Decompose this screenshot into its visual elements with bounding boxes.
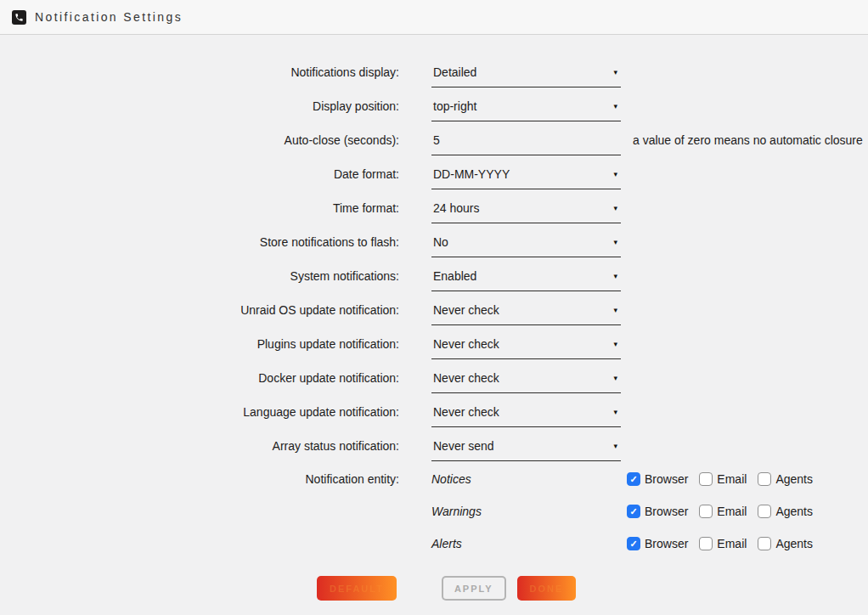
select-value: Detailed (433, 65, 476, 79)
form-row: System notifications: Enabled ▾ (0, 259, 868, 293)
dropdown-arrow-icon: ▾ (613, 443, 619, 450)
dropdown-arrow-icon: ▾ (613, 69, 619, 76)
checkbox-label: Agents (775, 537, 813, 550)
entity-name: Notices (431, 472, 627, 486)
checkbox-label: Agents (775, 505, 813, 518)
form-row: Date format: DD-MM-YYYY ▾ (0, 157, 868, 191)
field-label: System notifications: (0, 269, 399, 283)
entity-row-warnings: Warnings ✓ Browser ✓ Email ✓ Agents (0, 495, 868, 528)
entity-name: Alerts (431, 537, 627, 550)
array-status-select[interactable]: Never send ▾ (431, 439, 621, 461)
form-row: Plugins update notification: Never check… (0, 327, 868, 361)
page-header: Notification Settings (0, 0, 868, 35)
field-label: Array status notification: (0, 439, 399, 453)
select-value: No (433, 235, 448, 249)
dropdown-arrow-icon: ▾ (613, 103, 619, 110)
alerts-agents-checkbox[interactable]: ✓ (758, 537, 771, 550)
form-row: Language update notification: Never chec… (0, 395, 868, 429)
checkbox-group-notices: ✓ Browser ✓ Email ✓ Agents (627, 472, 824, 486)
field-label: Notifications display: (0, 65, 399, 79)
select-value: Enabled (433, 269, 476, 283)
checkbox-label: Email (717, 505, 747, 518)
select-value: DD-MM-YYYY (433, 167, 510, 181)
dropdown-arrow-icon: ▾ (613, 341, 619, 348)
notices-email-checkbox[interactable]: ✓ (699, 472, 713, 486)
warnings-browser-checkbox[interactable]: ✓ (627, 505, 640, 518)
alerts-browser-checkbox[interactable]: ✓ (627, 537, 640, 550)
dropdown-arrow-icon: ▾ (613, 171, 619, 178)
plugins-update-select[interactable]: Never check ▾ (431, 337, 621, 359)
checkbox-label: Agents (775, 472, 813, 486)
field-label: Store notifications to flash: (0, 235, 399, 249)
apply-button[interactable]: APPLY (442, 576, 506, 601)
field-label: Auto-close (seconds): (0, 133, 399, 147)
check-icon: ✓ (629, 475, 637, 484)
notification-settings-form: Notifications display: Detailed ▾ Displa… (0, 55, 868, 601)
check-icon: ✓ (629, 507, 637, 516)
field-label: Docker update notification: (0, 371, 399, 385)
default-button-label: DEFAULT (318, 578, 395, 599)
phone-glyph (14, 13, 24, 22)
form-row: Array status notification: Never send ▾ (0, 429, 868, 463)
form-row: Auto-close (seconds): a value of zero me… (0, 123, 868, 157)
field-label: Date format: (0, 167, 399, 181)
select-value: Never check (433, 303, 499, 317)
notifications-display-select[interactable]: Detailed ▾ (431, 65, 621, 87)
checkbox-label: Browser (645, 472, 688, 486)
checkbox-group-warnings: ✓ Browser ✓ Email ✓ Agents (627, 505, 824, 518)
dropdown-arrow-icon: ▾ (613, 239, 619, 246)
done-button-label: DONE (519, 578, 575, 599)
dropdown-arrow-icon: ▾ (613, 205, 619, 212)
checkbox-label: Browser (645, 505, 688, 518)
dropdown-arrow-icon: ▾ (613, 273, 619, 280)
select-value: top-right (433, 99, 476, 113)
checkbox-label: Email (717, 537, 747, 550)
checkbox-group-alerts: ✓ Browser ✓ Email ✓ Agents (627, 537, 824, 550)
auto-close-input[interactable] (431, 133, 621, 155)
select-value: 24 hours (433, 201, 479, 215)
select-value: Never check (433, 371, 499, 385)
field-label: Unraid OS update notification: (0, 303, 399, 317)
entity-name: Warnings (431, 505, 627, 518)
unraid-os-update-select[interactable]: Never check ▾ (431, 303, 621, 325)
alerts-email-checkbox[interactable]: ✓ (699, 537, 713, 550)
field-label: Notification entity: (0, 472, 399, 486)
form-row: Docker update notification: Never check … (0, 361, 868, 395)
field-label: Time format: (0, 201, 399, 215)
dropdown-arrow-icon: ▾ (613, 375, 619, 382)
select-value: Never send (433, 439, 494, 453)
dropdown-arrow-icon: ▾ (613, 409, 619, 416)
select-value: Never check (433, 337, 499, 351)
notification-icon (12, 10, 26, 25)
check-icon: ✓ (629, 539, 637, 549)
checkbox-label: Browser (645, 537, 688, 550)
checkbox-label: Email (717, 472, 747, 486)
form-row: Time format: 24 hours ▾ (0, 191, 868, 225)
system-notifications-select[interactable]: Enabled ▾ (431, 269, 621, 291)
form-row: Display position: top-right ▾ (0, 89, 868, 123)
select-value: Never check (433, 405, 499, 419)
display-position-select[interactable]: top-right ▾ (431, 99, 621, 121)
time-format-select[interactable]: 24 hours ▾ (431, 201, 621, 223)
dropdown-arrow-icon: ▾ (613, 307, 619, 314)
done-button[interactable]: DONE (517, 576, 577, 601)
entity-row-notices: Notification entity: Notices ✓ Browser ✓… (0, 463, 868, 495)
warnings-email-checkbox[interactable]: ✓ (699, 505, 713, 518)
notices-agents-checkbox[interactable]: ✓ (758, 472, 771, 486)
store-to-flash-select[interactable]: No ▾ (431, 235, 621, 257)
apply-button-label: APPLY (443, 578, 504, 599)
default-button[interactable]: DEFAULT (317, 576, 397, 601)
page-title: Notification Settings (35, 10, 183, 24)
field-label: Display position: (0, 99, 399, 113)
warnings-agents-checkbox[interactable]: ✓ (758, 505, 771, 518)
language-update-select[interactable]: Never check ▾ (431, 405, 621, 427)
date-format-select[interactable]: DD-MM-YYYY ▾ (431, 167, 621, 189)
field-label: Language update notification: (0, 405, 399, 419)
form-row: Unraid OS update notification: Never che… (0, 293, 868, 327)
notices-browser-checkbox[interactable]: ✓ (627, 472, 640, 486)
entity-row-alerts: Alerts ✓ Browser ✓ Email ✓ Agents (0, 528, 868, 560)
field-note: a value of zero means no automatic closu… (633, 133, 863, 147)
form-row: Store notifications to flash: No ▾ (0, 225, 868, 259)
docker-update-select[interactable]: Never check ▾ (431, 371, 621, 393)
form-row: Notifications display: Detailed ▾ (0, 55, 868, 89)
